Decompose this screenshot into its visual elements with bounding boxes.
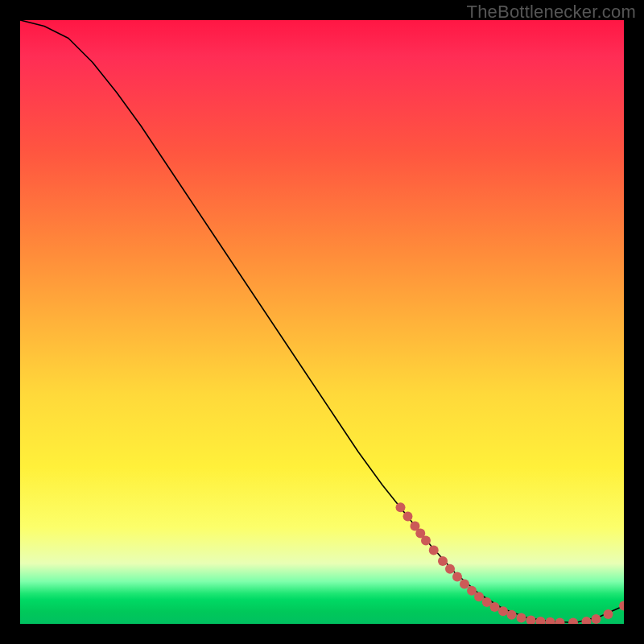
marker-dot: [498, 606, 508, 616]
marker-dot: [460, 580, 469, 589]
marker-dot: [403, 512, 413, 522]
marker-dot: [619, 601, 624, 611]
chart-svg: [20, 20, 624, 624]
marker-dot: [604, 609, 613, 619]
marker-dot: [452, 572, 462, 582]
marker-dot: [568, 618, 578, 625]
marker-dot: [546, 617, 555, 624]
marker-dot: [592, 614, 601, 624]
marker-dot: [474, 592, 484, 601]
marker-dot: [582, 617, 592, 624]
marker-dot: [445, 564, 455, 574]
marker-dot: [396, 502, 406, 512]
marker-dot: [421, 536, 431, 546]
marker-dot: [536, 617, 546, 624]
bottleneck-curve: [20, 20, 624, 623]
chart-frame: TheBottlenecker.com: [0, 0, 644, 644]
watermark-text: TheBottlenecker.com: [467, 2, 636, 23]
marker-dot: [438, 556, 448, 566]
marker-dot: [555, 618, 565, 625]
marker-dots: [396, 502, 625, 624]
marker-dot: [517, 613, 526, 623]
marker-dot: [507, 610, 517, 620]
marker-dot: [490, 602, 500, 612]
marker-dot: [526, 616, 536, 625]
marker-dot: [429, 546, 439, 555]
